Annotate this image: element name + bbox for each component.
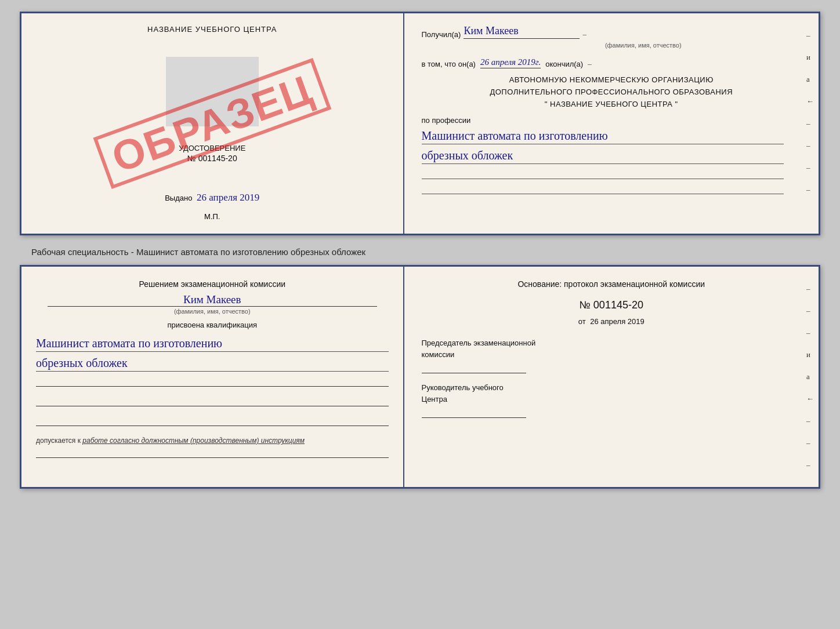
- bottom-left-panel: Решением экзаменационной комиссии Ким Ма…: [21, 267, 404, 487]
- profession-label: по профессии: [422, 116, 784, 125]
- director-sig-line: [422, 408, 526, 418]
- certificate-image: [166, 57, 259, 126]
- b-side-dash-5: –: [806, 438, 814, 448]
- b-side-dash-4: –: [806, 416, 814, 426]
- b-side-dash-2: –: [806, 306, 814, 315]
- date-from: от 26 апреля 2019: [422, 317, 801, 326]
- issued-date: Выдано 26 апреля 2019: [165, 192, 259, 203]
- org-block: АВТОНОМНУЮ НЕКОММЕРЧЕСКУЮ ОРГАНИЗАЦИЮ ДО…: [422, 74, 801, 110]
- bottom-name-sublabel: (фамилия, имя, отчество): [174, 308, 251, 315]
- side-arrow: ←: [806, 97, 814, 106]
- profession-block: по профессии Машинист автомата по изгото…: [422, 116, 801, 194]
- completed-date: 26 апреля 2019г.: [480, 57, 541, 68]
- school-name-top: НАЗВАНИЕ УЧЕБНОГО ЦЕНТРА: [147, 25, 277, 34]
- cert-number: № 001145-20: [179, 154, 245, 163]
- profession-line2: обрезных обложек: [422, 147, 784, 164]
- mp-label: М.П.: [204, 212, 220, 221]
- side-dash-5: –: [806, 185, 814, 194]
- allowed-prefix: допускается к: [36, 437, 81, 445]
- b-side-arrow: ←: [806, 394, 814, 403]
- org-name: " НАЗВАНИЕ УЧЕБНОГО ЦЕНТРА ": [422, 99, 801, 111]
- dash1: –: [582, 30, 586, 39]
- qualification-label: присвоена квалификация: [36, 321, 389, 329]
- recipient-line: Получил(а) Ким Макеев –: [422, 25, 801, 39]
- org-line1: АВТОНОМНУЮ НЕКОММЕРЧЕСКУЮ ОРГАНИЗАЦИЮ: [422, 74, 801, 86]
- director-label2: Центра: [422, 394, 801, 405]
- issued-date-value: 26 апреля 2019: [197, 192, 259, 203]
- protocol-number: № 001145-20: [422, 299, 801, 311]
- chairman-sig-line: [422, 363, 526, 373]
- right-side-lines: – и а ← – – – –: [806, 31, 814, 194]
- top-left-panel: НАЗВАНИЕ УЧЕБНОГО ЦЕНТРА УДОСТОВЕРЕНИЕ №…: [21, 13, 404, 234]
- side-dash-2: –: [806, 119, 814, 128]
- recipient-label: Получил(а): [422, 30, 461, 39]
- name-sublabel-top: (фамилия, имя, отчество): [486, 42, 801, 49]
- completed-line: в том, что он(а) 26 апреля 2019г. окончи…: [422, 57, 801, 68]
- specialty-text: Рабочая специальность - Машинист автомат…: [31, 247, 820, 257]
- dash2: –: [588, 59, 592, 68]
- side-dash-1: –: [806, 31, 814, 40]
- blank-line-3: [36, 416, 389, 426]
- side-dash-4: –: [806, 163, 814, 172]
- b-side-dash-1: –: [806, 284, 814, 293]
- protocol-date: 26 апреля 2019: [590, 317, 645, 326]
- specialty-section: Рабочая специальность - Машинист автомат…: [20, 243, 820, 263]
- director-block: Руководитель учебного Центра: [422, 382, 801, 418]
- completed-suffix: окончил(а): [545, 60, 583, 68]
- osnov-label: Основание: протокол экзаменационной коми…: [422, 278, 801, 290]
- chairman-label1: Председатель экзаменационной: [422, 337, 801, 349]
- b-side-dash-3: –: [806, 328, 814, 337]
- profession-line1: Машинист автомата по изготовлению: [422, 128, 784, 144]
- allowed-text: допускается к работе согласно должностны…: [36, 437, 389, 445]
- qual-line2: обрезных обложек: [36, 355, 389, 372]
- director-label1: Руководитель учебного: [422, 382, 801, 394]
- allowed-italic: работе согласно должностным (производств…: [82, 437, 305, 445]
- org-line2: ДОПОЛНИТЕЛЬНОГО ПРОФЕССИОНАЛЬНОГО ОБРАЗО…: [422, 86, 801, 99]
- side-i: и: [806, 53, 814, 62]
- top-right-panel: Получил(а) Ким Макеев – (фамилия, имя, о…: [404, 13, 819, 234]
- b-side-dash-6: –: [806, 460, 814, 470]
- b-side-a: а: [806, 372, 814, 381]
- side-dash-3: –: [806, 141, 814, 150]
- bottom-right-panel: Основание: протокол экзаменационной коми…: [404, 267, 819, 487]
- recipient-name: Ким Макеев: [464, 25, 580, 39]
- top-document: НАЗВАНИЕ УЧЕБНОГО ЦЕНТРА УДОСТОВЕРЕНИЕ №…: [20, 12, 820, 235]
- commission-text: Решением экзаменационной комиссии: [36, 278, 389, 290]
- bottom-name: Ким Макеев: [48, 293, 377, 307]
- blank-line-1: [36, 376, 389, 387]
- bottom-right-side-lines: – – – и а ← – – –: [806, 284, 814, 470]
- chairman-block: Председатель экзаменационной комиссии: [422, 337, 801, 373]
- blank-line-2: [36, 396, 389, 406]
- completed-prefix: в том, что он(а): [422, 60, 476, 68]
- blank-line-4: [36, 448, 389, 458]
- b-side-i: и: [806, 350, 814, 359]
- udostoverenie-label: УДОСТОВЕРЕНИЕ: [179, 144, 245, 152]
- bottom-document: Решением экзаменационной комиссии Ким Ма…: [20, 265, 820, 489]
- chairman-label2: комиссии: [422, 349, 801, 361]
- side-a: а: [806, 75, 814, 84]
- issued-label: Выдано: [165, 194, 192, 202]
- qual-line1: Машинист автомата по изготовлению: [36, 335, 389, 352]
- date-prefix: от: [578, 317, 586, 326]
